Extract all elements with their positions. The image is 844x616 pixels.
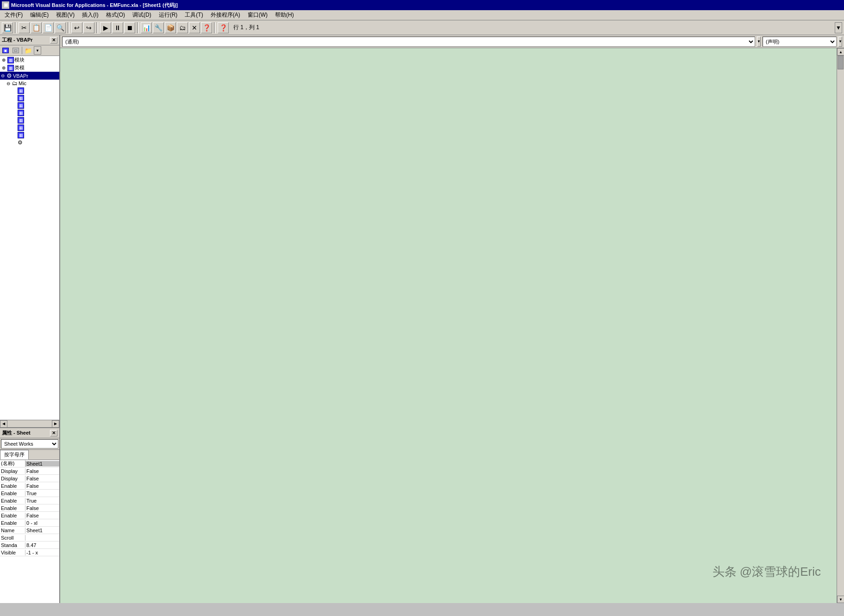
toolbar-save-btn[interactable]: 💾	[2, 22, 13, 33]
toolbar-sep-2	[68, 22, 69, 33]
menu-addins[interactable]: 外接程序(A)	[207, 10, 244, 20]
prop-value-enable4[interactable]: False	[25, 505, 59, 511]
code-area[interactable]: 头条 @滚雪球的Eric ▲ ▼	[60, 48, 844, 603]
properties-tab-alphabetical[interactable]: 按字母序	[0, 450, 29, 460]
prop-value-enable2[interactable]: True	[25, 491, 59, 496]
toolbar-object-btn[interactable]: ✕	[189, 22, 200, 33]
toolbar-copy-btn[interactable]: 📋	[31, 22, 42, 33]
prop-value-standard[interactable]: 8.47	[25, 542, 59, 548]
tree-label: 模块	[14, 56, 25, 63]
tree-item-sheet4[interactable]: ▦	[0, 109, 59, 117]
toolbar-stop-btn[interactable]: ⏹	[124, 22, 135, 33]
prop-value-enable3[interactable]: True	[25, 498, 59, 504]
properties-panel-close[interactable]: ✕	[50, 430, 57, 436]
prop-name-standard: Standa	[0, 542, 25, 548]
tree-icon-sheet1: ▦	[18, 87, 24, 94]
tree-item-thisworkbook[interactable]: ⚙	[0, 139, 59, 146]
prop-name-display1: Display	[0, 468, 25, 474]
prop-value-name[interactable]: Sheet1	[25, 461, 59, 467]
tree-icon-thisworkbook: ⚙	[18, 139, 23, 146]
tree-item-sheet5[interactable]: ▦	[0, 117, 59, 124]
tree-item-sheet3[interactable]: ▦	[0, 102, 59, 109]
menu-edit[interactable]: 编辑(E)	[26, 10, 52, 20]
toolbar-cut-btn[interactable]: ✂	[19, 22, 30, 33]
toolbar-sep-1	[15, 22, 17, 33]
project-panel-close[interactable]: ✕	[50, 37, 57, 44]
prop-value-propname[interactable]: Sheet1	[25, 528, 59, 533]
prop-row-scroll: Scroll	[0, 534, 59, 541]
prop-row-enable1: Enable False	[0, 482, 59, 490]
tree-hscroll-left[interactable]: ◀	[0, 420, 7, 428]
toolbar-redo-btn[interactable]: ↪	[83, 22, 94, 33]
code-panel: (通用) ▼ (声明) ▼ 头条 @滚雪球的Eric ▲ ▼	[60, 35, 844, 603]
tree-item-sheet6[interactable]: ▦	[0, 124, 59, 131]
prop-value-display1[interactable]: False	[25, 468, 59, 474]
scroll-down-btn[interactable]: ▼	[837, 596, 844, 603]
toolbar-design-btn[interactable]: 🔧	[153, 22, 164, 33]
prop-value-enable1[interactable]: False	[25, 483, 59, 489]
title-bar-text: Microsoft Visual Basic for Applications …	[11, 2, 178, 9]
prop-value-enable5[interactable]: False	[25, 513, 59, 518]
menu-help[interactable]: 帮助(H)	[271, 10, 298, 20]
menu-file[interactable]: 文件(F)	[1, 10, 26, 20]
code-declaration-dropdown-arrow[interactable]: ▼	[838, 37, 842, 47]
menu-window[interactable]: 窗口(W)	[244, 10, 271, 20]
toolbar-tab-order-btn[interactable]: ❓	[201, 22, 212, 33]
menu-insert[interactable]: 插入(I)	[78, 10, 102, 20]
toolbar-help-btn[interactable]: ❓	[218, 22, 229, 33]
prop-row-visible: Visible -1 - x	[0, 549, 59, 556]
main-layout: 工程 - VBAPr ✕ ▣ □ 📁 ▼ ⊕	[0, 35, 844, 603]
toolbar-undo-btn[interactable]: ↩	[71, 22, 82, 33]
tree-hscroll-track[interactable]	[7, 420, 52, 427]
panel-toolbar-scroll-down[interactable]: ▼	[34, 46, 41, 55]
project-tree[interactable]: ⊕ ▦ 模块 ⊕ ▦ 类模 ⊖ ⚙ VBAPr ⊖ 🗂 Mic	[0, 56, 59, 420]
code-dropdown-arrow[interactable]: ▼	[757, 37, 761, 47]
tree-item-sheet2[interactable]: ▦	[0, 94, 59, 102]
tree-item-vbapr[interactable]: ⊖ ⚙ VBAPr	[0, 72, 59, 80]
scroll-thumb[interactable]	[838, 56, 844, 69]
prop-value-visible[interactable]: -1 - x	[25, 550, 59, 555]
scroll-track[interactable]	[837, 56, 844, 596]
toolbar-userform-btn[interactable]: 📊	[141, 22, 152, 33]
code-declaration-dropdown[interactable]: (声明)	[763, 37, 837, 47]
menu-tools[interactable]: 工具(T)	[181, 10, 206, 20]
tree-icon-vbapr: ⚙	[6, 72, 12, 79]
tree-icon-sheet4: ▦	[18, 110, 24, 116]
toolbar-pause-btn[interactable]: ⏸	[112, 22, 123, 33]
tree-icon-sheet5: ▦	[18, 117, 24, 124]
prop-value-enable6[interactable]: 0 - xl	[25, 520, 59, 526]
toolbar-find-btn[interactable]: 🔍	[55, 22, 66, 33]
code-scrollbar-vertical[interactable]: ▲ ▼	[837, 48, 844, 603]
menu-format[interactable]: 格式(O)	[102, 10, 129, 20]
tree-item-classes[interactable]: ⊕ ▦ 类模	[0, 64, 59, 72]
view-object-btn[interactable]: □	[11, 46, 20, 55]
view-code-btn[interactable]: ▣	[1, 46, 10, 55]
toggle-folders-btn[interactable]: 📁	[24, 46, 33, 55]
menu-view[interactable]: 视图(V)	[52, 10, 78, 20]
tree-item-sheet7[interactable]: ▦	[0, 131, 59, 139]
menu-run[interactable]: 运行(R)	[155, 10, 181, 20]
tree-icon-sheet7: ▦	[18, 132, 24, 138]
toolbar-paste-btn[interactable]: 📄	[43, 22, 54, 33]
prop-name-propname: Name	[0, 528, 25, 533]
properties-list: (名称) Sheet1 Display False Display False …	[0, 460, 59, 603]
toolbar-project-btn[interactable]: 📦	[165, 22, 176, 33]
panel-toolbar-divider	[22, 47, 22, 54]
scroll-up-btn[interactable]: ▲	[837, 48, 844, 56]
toolbar-run-btn[interactable]: ▶	[100, 22, 111, 33]
toolbar-props-btn[interactable]: 🗂	[177, 22, 188, 33]
prop-value-display2[interactable]: False	[25, 476, 59, 481]
menu-debug[interactable]: 调试(D)	[129, 10, 155, 20]
properties-object-dropdown[interactable]: Sheet Works	[1, 439, 58, 448]
tree-label-classes: 类模	[14, 64, 25, 71]
tree-item-mic[interactable]: ⊖ 🗂 Mic	[0, 80, 59, 87]
toolbar-sep-3	[96, 22, 98, 33]
code-procedure-dropdown[interactable]: (通用)	[62, 37, 755, 47]
code-toolbar-row: (通用) ▼ (声明) ▼	[60, 35, 844, 48]
tree-item-expand-plus[interactable]: ⊕ ▦ 模块	[0, 56, 59, 64]
prop-row-enable5: Enable False	[0, 512, 59, 519]
toolbar-scroll[interactable]: ▼	[835, 22, 842, 33]
toolbar: 💾 ✂ 📋 📄 🔍 ↩ ↪ ▶ ⏸ ⏹ 📊 🔧 📦 🗂 ✕ ❓ ❓ 行 1，列 …	[0, 20, 844, 35]
tree-hscroll-right[interactable]: ▶	[52, 420, 59, 428]
tree-item-sheet1[interactable]: ▦	[0, 87, 59, 94]
